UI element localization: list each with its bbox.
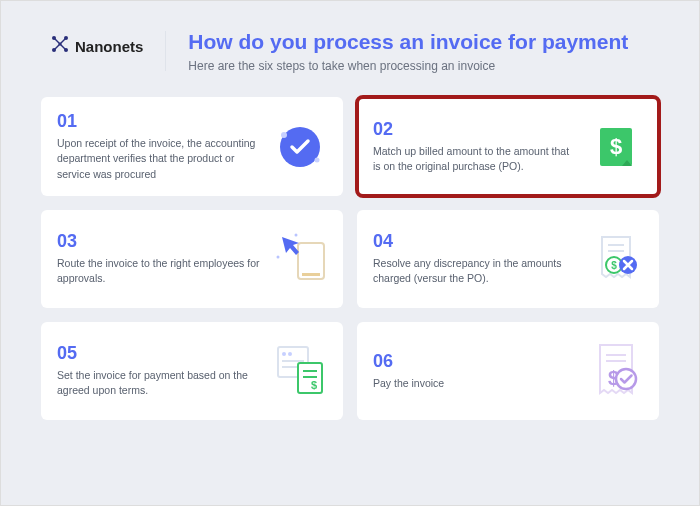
svg-point-15 (295, 233, 298, 236)
step-card-06: 06 Pay the invoice $ (357, 322, 659, 420)
step-number: 04 (373, 231, 577, 252)
svg-text:$: $ (311, 379, 317, 391)
step-text: 05 Set the invoice for payment based on … (57, 343, 261, 398)
step-description: Pay the invoice (373, 376, 577, 391)
svg-point-8 (281, 132, 287, 138)
svg-rect-13 (302, 273, 320, 276)
step-text: 04 Resolve any discrepancy in the amount… (373, 231, 577, 286)
brand-logo-icon (51, 35, 69, 57)
step-description: Match up billed amount to the amount tha… (373, 144, 577, 174)
step-number: 05 (57, 343, 261, 364)
step-number: 02 (373, 119, 577, 140)
brand: Nanonets (51, 29, 143, 57)
header-divider (165, 31, 166, 71)
step-card-04: 04 Resolve any discrepancy in the amount… (357, 210, 659, 308)
dollar-note-icon: $ (589, 120, 643, 174)
step-text: 03 Route the invoice to the right employ… (57, 231, 261, 286)
step-description: Resolve any discrepancy in the amounts c… (373, 256, 577, 286)
step-card-03: 03 Route the invoice to the right employ… (41, 210, 343, 308)
step-number: 01 (57, 111, 261, 132)
svg-point-23 (288, 352, 292, 356)
svg-point-9 (315, 157, 320, 162)
checkmark-badge-icon (273, 120, 327, 174)
header: Nanonets How do you process an invoice f… (41, 29, 659, 73)
step-text: 06 Pay the invoice (373, 351, 577, 391)
svg-text:$: $ (610, 134, 622, 159)
cursor-document-icon (273, 232, 327, 286)
steps-grid: 01 Upon receipt of the invoice, the acco… (41, 97, 659, 420)
infographic-frame: Nanonets How do you process an invoice f… (0, 0, 700, 506)
invoice-list-icon: $ (273, 344, 327, 398)
page-title: How do you process an invoice for paymen… (188, 29, 659, 55)
page-subtitle: Here are the six steps to take when proc… (188, 59, 659, 73)
svg-point-22 (282, 352, 286, 356)
step-description: Upon receipt of the invoice, the account… (57, 136, 261, 182)
step-text: 02 Match up billed amount to the amount … (373, 119, 577, 174)
step-card-02: 02 Match up billed amount to the amount … (357, 97, 659, 196)
step-text: 01 Upon receipt of the invoice, the acco… (57, 111, 261, 182)
receipt-error-icon: $ (589, 232, 643, 286)
svg-point-33 (616, 369, 636, 389)
step-number: 06 (373, 351, 577, 372)
step-description: Route the invoice to the right employees… (57, 256, 261, 286)
step-description: Set the invoice for payment based on the… (57, 368, 261, 398)
step-card-01: 01 Upon receipt of the invoice, the acco… (41, 97, 343, 196)
receipt-paid-icon: $ (589, 344, 643, 398)
brand-name: Nanonets (75, 38, 143, 55)
svg-point-14 (277, 255, 280, 258)
svg-text:$: $ (611, 260, 617, 271)
step-card-05: 05 Set the invoice for payment based on … (41, 322, 343, 420)
step-number: 03 (57, 231, 261, 252)
title-block: How do you process an invoice for paymen… (188, 29, 659, 73)
